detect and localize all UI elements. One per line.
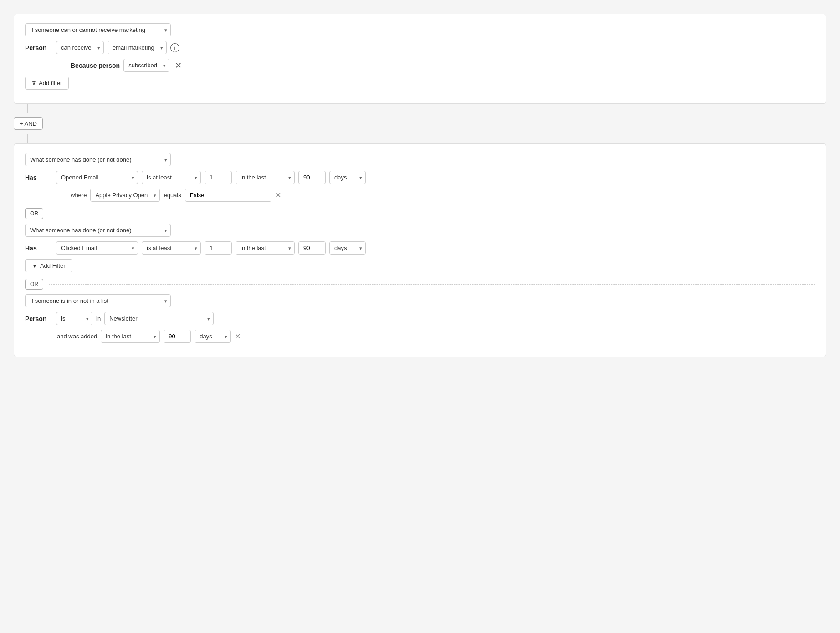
remove-added-btn[interactable]: ✕ — [235, 332, 241, 341]
or-connector-2: OR — [25, 279, 815, 290]
event-select-wrapper-3: Clicked Email — [56, 241, 138, 255]
person-label-4: Person — [25, 315, 52, 322]
equals-label: equals — [164, 192, 181, 199]
and-button[interactable]: + AND — [14, 117, 43, 130]
unit-wrapper-3: days — [329, 241, 366, 255]
add-filter-btn-3[interactable]: ▼ Add Filter — [25, 259, 72, 272]
is-wrapper: is — [56, 312, 92, 325]
add-filter-label-3: Add Filter — [40, 262, 66, 269]
block-1: If someone can or cannot receive marketi… — [14, 14, 826, 104]
list-wrapper: Newsletter — [104, 312, 214, 325]
can-receive-select[interactable]: can receive — [56, 41, 104, 54]
days-input-2[interactable] — [298, 171, 326, 184]
or-button-1[interactable]: OR — [25, 208, 43, 219]
added-unit-select[interactable]: days — [195, 330, 231, 343]
added-time-wrapper: in the last — [101, 330, 160, 343]
subscribed-select[interactable]: subscribed — [123, 59, 169, 72]
unit-select-2[interactable]: days — [329, 171, 366, 184]
block-2: What someone has done (or not done) Has … — [14, 143, 826, 357]
has-label-3: Has — [25, 245, 52, 252]
days-input-3[interactable] — [298, 241, 326, 255]
connector-line-top — [27, 104, 28, 113]
count-input-2[interactable] — [205, 171, 232, 184]
where-field-select[interactable]: Apple Privacy Open — [90, 189, 160, 202]
unit-wrapper-2: days — [329, 171, 366, 184]
because-label: Because person — [71, 62, 120, 69]
filter-icon-1: ⊽ — [32, 80, 36, 87]
condition-type-wrapper-3: What someone has done (or not done) — [25, 224, 171, 237]
time-wrapper-3: in the last — [236, 241, 295, 255]
where-field-wrapper: Apple Privacy Open — [90, 189, 160, 202]
operator-wrapper-2: is at least — [142, 171, 201, 184]
and-connector: + AND — [14, 113, 826, 134]
time-select-2[interactable]: in the last — [236, 171, 295, 184]
condition-type-select-2[interactable]: What someone has done (or not done) — [25, 153, 171, 166]
add-filter-btn-1[interactable]: ⊽ Add filter — [25, 77, 69, 90]
or-button-2[interactable]: OR — [25, 279, 43, 290]
subscribed-wrapper: subscribed — [123, 59, 169, 72]
list-select[interactable]: Newsletter — [104, 312, 214, 325]
unit-select-3[interactable]: days — [329, 241, 366, 255]
added-unit-wrapper: days — [195, 330, 231, 343]
condition-type-select-3[interactable]: What someone has done (or not done) — [25, 224, 171, 237]
or-line-1 — [49, 214, 815, 214]
count-input-3[interactable] — [205, 241, 232, 255]
condition-type-wrapper-1: If someone can or cannot receive marketi… — [25, 23, 171, 36]
can-receive-wrapper: can receive — [56, 41, 104, 54]
event-select-wrapper-2: Opened Email — [56, 171, 138, 184]
added-days-input[interactable] — [164, 330, 191, 343]
or-connector-1: OR — [25, 208, 815, 219]
condition-type-select-1[interactable]: If someone can or cannot receive marketi… — [25, 23, 171, 36]
or-line-2 — [49, 284, 815, 285]
operator-select-2[interactable]: is at least — [142, 171, 201, 184]
has-label-2: Has — [25, 174, 52, 181]
marketing-type-wrapper: email marketing — [108, 41, 167, 54]
connector-line-bottom — [27, 134, 28, 143]
condition-type-wrapper-2: What someone has done (or not done) — [25, 153, 171, 166]
event-select-3[interactable]: Clicked Email — [56, 241, 138, 255]
is-select[interactable]: is — [56, 312, 92, 325]
equals-value-input[interactable] — [185, 189, 271, 202]
add-filter-label-1: Add filter — [39, 80, 62, 87]
where-label: where — [71, 192, 87, 199]
time-select-3[interactable]: in the last — [236, 241, 295, 255]
condition-type-select-4[interactable]: If someone is in or not in a list — [25, 294, 171, 307]
person-label-1: Person — [25, 44, 52, 51]
marketing-type-select[interactable]: email marketing — [108, 41, 167, 54]
and-was-label: and was added — [57, 333, 97, 340]
event-select-2[interactable]: Opened Email — [56, 171, 138, 184]
added-time-select[interactable]: in the last — [101, 330, 160, 343]
operator-wrapper-3: is at least — [142, 241, 201, 255]
in-label: in — [96, 315, 101, 322]
info-icon: i — [170, 43, 179, 52]
operator-select-3[interactable]: is at least — [142, 241, 201, 255]
remove-where-btn[interactable]: ✕ — [275, 191, 281, 199]
time-wrapper-2: in the last — [236, 171, 295, 184]
filter-icon-3: ▼ — [32, 263, 37, 269]
remove-because-btn[interactable]: ✕ — [173, 61, 184, 70]
condition-type-wrapper-4: If someone is in or not in a list — [25, 294, 171, 307]
